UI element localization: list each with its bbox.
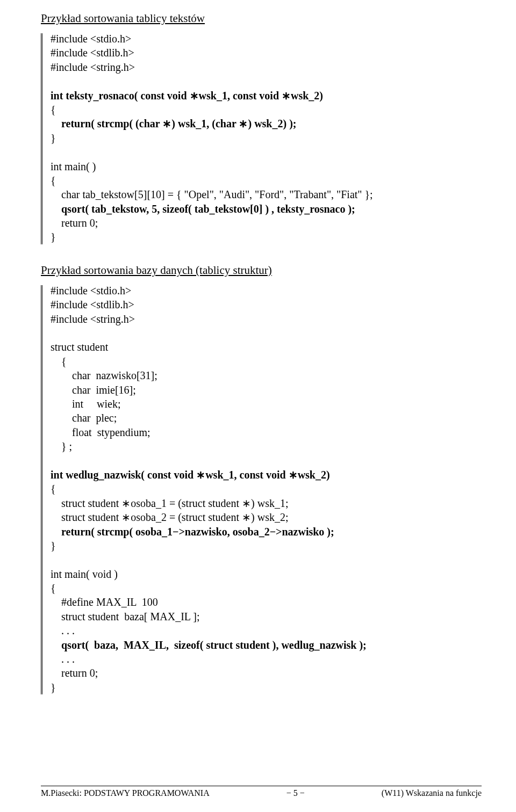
code-line: struct student baza[ MAX_IL ]; <box>51 611 200 622</box>
footer-center: − 5 − <box>286 788 305 798</box>
code-line: #include <stdlib.h> <box>51 299 134 310</box>
code-line: } ; <box>51 440 72 452</box>
page: Przykład sortowania tablicy tekstów #inc… <box>0 0 516 812</box>
code-line: return( strcmp( osoba_1 <box>51 526 173 538</box>
vertical-bar-icon <box>41 33 43 244</box>
ast-icon: ∗ <box>190 90 199 102</box>
code-line: >nazwisko ); <box>276 526 334 538</box>
footer-rule <box>41 786 482 786</box>
ast-icon: ∗ <box>239 118 248 129</box>
ast-icon: ∗ <box>196 469 205 481</box>
code-line: osoba_1 = (struct student <box>131 497 242 509</box>
code-line: return( strcmp( (char <box>51 118 162 129</box>
code-line: struct student <box>51 497 121 509</box>
section1-code-wrap: #include <stdio.h> #include <stdlib.h> #… <box>41 32 482 244</box>
code-line: int wedlug_nazwisk( const void <box>51 469 196 481</box>
code-line: { <box>51 582 56 594</box>
code-line: struct student <box>51 341 108 353</box>
code-line: osoba_2 = (struct student <box>131 511 242 523</box>
code-line: ) wsk_2; <box>251 511 288 523</box>
vertical-bar-icon <box>41 285 43 694</box>
ast-icon: ∗ <box>282 90 291 102</box>
code-line: #include <stdlib.h> <box>51 47 134 59</box>
code-line: int main( void ) <box>51 568 118 580</box>
ast-icon: ∗ <box>289 469 298 481</box>
code-line: char nazwisko[31]; <box>51 369 157 381</box>
section1-bar-cell <box>41 32 51 244</box>
code-line: #include <stdio.h> <box>51 285 131 296</box>
page-footer: M.Piasecki: PODSTAWY PROGRAMOWANIA − 5 −… <box>41 786 482 798</box>
code-line: . . . <box>51 625 75 636</box>
code-line: #include <string.h> <box>51 61 135 73</box>
footer-row: M.Piasecki: PODSTAWY PROGRAMOWANIA − 5 −… <box>41 788 482 798</box>
code-line: char tab_tekstow[5][10] = { "Opel", "Aud… <box>51 189 373 200</box>
footer-left: M.Piasecki: PODSTAWY PROGRAMOWANIA <box>41 788 210 798</box>
code-line: { <box>51 483 56 495</box>
code-line: wsk_1, const void <box>199 90 282 102</box>
code-line: wsk_2) <box>291 90 323 102</box>
code-line: ) wsk_1, (char <box>171 118 239 129</box>
code-line: } <box>51 231 56 243</box>
code-line: char imie[16]; <box>51 384 136 396</box>
code-line: } <box>51 682 56 693</box>
code-line: qsort( baza, MAX_IL, sizeof( struct stud… <box>51 639 367 651</box>
code-line: struct student <box>51 511 121 523</box>
code-line: qsort( tab_tekstow, 5, sizeof( tab_tekst… <box>51 203 355 215</box>
section1-code: #include <stdio.h> #include <stdlib.h> #… <box>51 32 373 244</box>
section2-title: Przykład sortowania bazy danych (tablicy… <box>41 264 482 277</box>
minus-icon: − <box>270 526 276 538</box>
code-line: ) wsk_2) ); <box>248 118 296 129</box>
code-line: { <box>51 356 67 367</box>
ast-icon: ∗ <box>242 511 251 523</box>
code-line: wsk_2) <box>298 469 330 481</box>
code-line: return 0; <box>51 217 98 229</box>
code-line: >nazwisko, osoba_2 <box>178 526 269 538</box>
section2-code-wrap: #include <stdio.h> #include <stdlib.h> #… <box>41 284 482 694</box>
ast-icon: ∗ <box>121 497 131 509</box>
code-line: . . . <box>51 653 75 665</box>
code-line: ) wsk_1; <box>251 497 288 509</box>
code-line: char plec; <box>51 412 117 424</box>
code-line: { <box>51 175 56 186</box>
code-line: return 0; <box>51 667 98 679</box>
code-line: int teksty_rosnaco( const void <box>51 90 190 102</box>
code-line: } <box>51 540 56 552</box>
section2-bar-cell <box>41 284 51 694</box>
code-line: float stypendium; <box>51 426 150 438</box>
footer-right: (W11) Wskazania na funkcje <box>382 788 482 798</box>
code-line: #define MAX_IL 100 <box>51 596 158 608</box>
code-line: int main( ) <box>51 161 96 172</box>
code-line: #include <string.h> <box>51 313 135 325</box>
code-line: { <box>51 104 56 115</box>
code-line: } <box>51 132 56 144</box>
ast-icon: ∗ <box>242 497 251 509</box>
code-line: wsk_1, const void <box>205 469 288 481</box>
minus-icon: − <box>173 526 178 538</box>
ast-icon: ∗ <box>121 511 131 523</box>
section1-title: Przykład sortowania tablicy tekstów <box>41 12 482 25</box>
ast-icon: ∗ <box>162 118 171 129</box>
code-line: #include <stdio.h> <box>51 33 131 45</box>
section2-code: #include <stdio.h> #include <stdlib.h> #… <box>51 284 367 694</box>
code-line: int wiek; <box>51 398 121 410</box>
